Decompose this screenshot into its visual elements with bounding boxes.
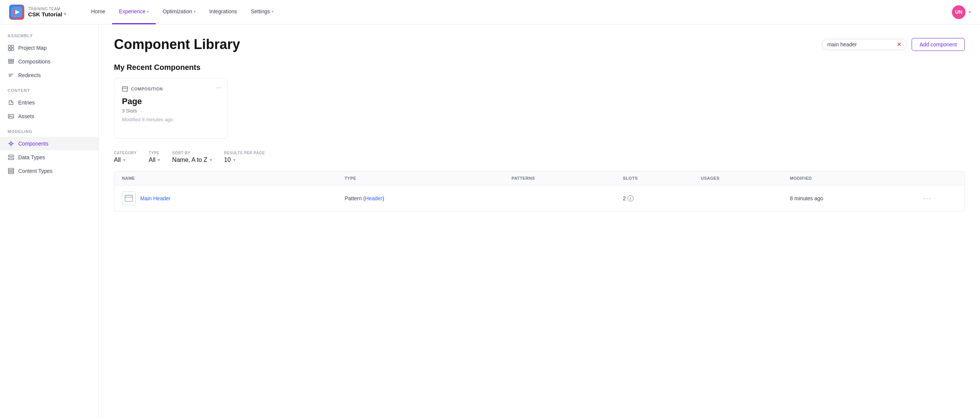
svg-rect-21 bbox=[123, 87, 127, 91]
sidebar: ASSEMBLY Project Map Compositions Redire… bbox=[0, 24, 99, 418]
sidebar-section-modeling: MODELING bbox=[0, 129, 99, 137]
assets-icon bbox=[8, 113, 14, 120]
svg-rect-20 bbox=[8, 172, 14, 174]
td-name: Main Header bbox=[122, 191, 345, 205]
main-content: Component Library ✕ Add component My Rec… bbox=[99, 24, 980, 418]
brand[interactable]: TRAINING TEAM CSK Tutorial ▾ bbox=[9, 5, 66, 20]
card-more-button[interactable]: ··· bbox=[216, 85, 221, 91]
th-slots: SLOTS bbox=[623, 176, 701, 180]
entries-icon bbox=[8, 99, 14, 106]
chevron-down-icon: ▾ bbox=[123, 157, 125, 163]
page-header: Component Library ✕ Add component bbox=[114, 37, 965, 53]
component-row-icon bbox=[122, 191, 135, 205]
recent-section-title: My Recent Components bbox=[114, 63, 965, 72]
brand-logo-icon bbox=[9, 5, 24, 20]
filter-rpp-select[interactable]: 10 ▾ bbox=[224, 156, 265, 163]
th-usages: USAGES bbox=[701, 176, 790, 180]
search-box[interactable]: ✕ bbox=[822, 39, 907, 50]
td-row-actions[interactable]: ··· bbox=[923, 195, 957, 203]
filter-category-label: CATEGORY bbox=[114, 151, 137, 155]
svg-rect-6 bbox=[11, 48, 14, 51]
th-actions bbox=[923, 176, 957, 180]
th-name: NAME bbox=[122, 176, 345, 180]
svg-rect-4 bbox=[11, 45, 14, 48]
card-slots: 3 Slots bbox=[122, 108, 220, 113]
filter-sort[interactable]: SORT BY Name, A to Z ▾ bbox=[172, 151, 212, 163]
card-name: Page bbox=[122, 97, 220, 106]
data-types-icon bbox=[8, 154, 14, 161]
recent-card[interactable]: COMPOSITION ··· Page 3 Slots Modified 8 … bbox=[114, 78, 228, 139]
nav-experience[interactable]: Experience ▾ bbox=[112, 0, 156, 24]
svg-rect-16 bbox=[8, 155, 14, 156]
filter-type[interactable]: TYPE All ▾ bbox=[149, 151, 160, 163]
svg-rect-17 bbox=[8, 158, 14, 160]
info-icon: i bbox=[627, 195, 633, 201]
brand-name: CSK Tutorial ▾ bbox=[28, 11, 66, 18]
card-type-label: COMPOSITION bbox=[122, 86, 220, 92]
sidebar-item-project-map[interactable]: Project Map bbox=[0, 41, 99, 55]
component-name-link[interactable]: Main Header bbox=[140, 195, 170, 201]
sidebar-item-components[interactable]: Components bbox=[0, 137, 99, 150]
brand-team: TRAINING TEAM bbox=[28, 7, 66, 11]
chevron-down-icon: ▾ bbox=[233, 157, 235, 163]
filter-sort-label: SORT BY bbox=[172, 151, 212, 155]
chevron-down-icon: ▾ bbox=[158, 157, 160, 163]
svg-rect-24 bbox=[125, 195, 132, 197]
th-type: TYPE bbox=[345, 176, 512, 180]
svg-point-15 bbox=[10, 142, 12, 145]
slots-badge: 2 i bbox=[623, 195, 633, 201]
td-type: Pattern (Header) bbox=[345, 195, 512, 201]
card-modified: Modified 8 minutes ago bbox=[122, 116, 220, 122]
filters-row: CATEGORY All ▾ TYPE All ▾ SORT BY Name, … bbox=[114, 151, 965, 163]
filter-category[interactable]: CATEGORY All ▾ bbox=[114, 151, 137, 163]
sidebar-item-data-types[interactable]: Data Types bbox=[0, 150, 99, 164]
table-header: NAME TYPE PATTERNS SLOTS USAGES MODIFIED bbox=[115, 171, 964, 185]
project-map-icon bbox=[8, 45, 14, 51]
filter-type-label: TYPE bbox=[149, 151, 160, 155]
header-actions: ✕ Add component bbox=[822, 38, 965, 51]
chevron-down-icon: ▾ bbox=[210, 157, 212, 163]
filter-sort-select[interactable]: Name, A to Z ▾ bbox=[172, 156, 212, 163]
user-area[interactable]: UN ▾ bbox=[952, 5, 971, 19]
filter-type-select[interactable]: All ▾ bbox=[149, 156, 160, 163]
sidebar-section-assembly: ASSEMBLY bbox=[0, 34, 99, 41]
avatar: UN bbox=[952, 5, 966, 19]
layout: ASSEMBLY Project Map Compositions Redire… bbox=[0, 24, 980, 418]
nav-settings[interactable]: Settings ▾ bbox=[244, 0, 280, 24]
row-more-button[interactable]: ··· bbox=[923, 195, 931, 202]
sidebar-item-redirects[interactable]: Redirects bbox=[0, 69, 99, 82]
svg-rect-2 bbox=[14, 9, 15, 15]
filter-rpp-label: RESULTS PER PAGE bbox=[224, 151, 265, 155]
svg-rect-19 bbox=[8, 170, 14, 172]
svg-rect-7 bbox=[8, 59, 14, 61]
svg-rect-13 bbox=[8, 114, 14, 118]
filter-results-per-page[interactable]: RESULTS PER PAGE 10 ▾ bbox=[224, 151, 265, 163]
type-link[interactable]: Header bbox=[365, 195, 382, 201]
search-input[interactable] bbox=[827, 41, 894, 48]
nav-integrations[interactable]: Integrations bbox=[202, 0, 244, 24]
page-title: Component Library bbox=[114, 37, 240, 53]
table-row[interactable]: Main Header Pattern (Header) 2 i 8 minut… bbox=[115, 185, 964, 211]
components-icon bbox=[8, 140, 14, 147]
clear-search-icon[interactable]: ✕ bbox=[897, 41, 901, 48]
chevron-down-icon: ▾ bbox=[272, 10, 274, 14]
nav-home[interactable]: Home bbox=[84, 0, 112, 24]
td-slots: 2 i bbox=[623, 195, 701, 201]
recent-cards: COMPOSITION ··· Page 3 Slots Modified 8 … bbox=[114, 78, 965, 139]
top-nav: TRAINING TEAM CSK Tutorial ▾ Home Experi… bbox=[0, 0, 980, 24]
filter-category-select[interactable]: All ▾ bbox=[114, 156, 137, 163]
svg-rect-5 bbox=[8, 48, 11, 51]
sidebar-item-assets[interactable]: Assets bbox=[0, 109, 99, 123]
nav-optimization[interactable]: Optimization ▾ bbox=[156, 0, 202, 24]
brand-text: TRAINING TEAM CSK Tutorial ▾ bbox=[28, 7, 66, 18]
compositions-icon bbox=[8, 58, 14, 65]
th-modified: MODIFIED bbox=[790, 176, 923, 180]
add-component-button[interactable]: Add component bbox=[912, 38, 965, 51]
redirects-icon bbox=[8, 72, 14, 79]
svg-rect-23 bbox=[125, 195, 132, 201]
sidebar-item-compositions[interactable]: Compositions bbox=[0, 55, 99, 69]
sidebar-section-content: CONTENT bbox=[0, 88, 99, 96]
sidebar-item-entries[interactable]: Entries bbox=[0, 96, 99, 109]
sidebar-item-content-types[interactable]: Content Types bbox=[0, 164, 99, 178]
components-table: NAME TYPE PATTERNS SLOTS USAGES MODIFIED… bbox=[114, 171, 965, 212]
